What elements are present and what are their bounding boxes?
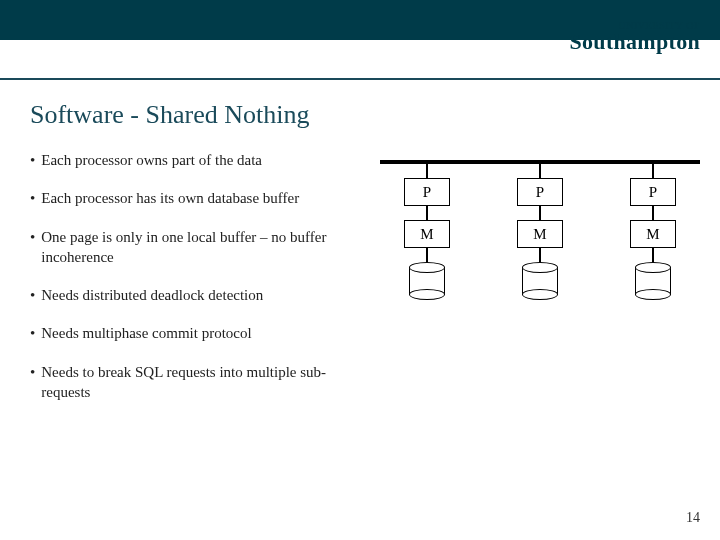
architecture-diagram: P M P M P M	[380, 160, 700, 380]
processor-label: P	[649, 184, 657, 201]
disk-icon	[522, 262, 558, 300]
disk-icon	[635, 262, 671, 300]
connector-line	[652, 164, 654, 178]
page-number: 14	[686, 510, 700, 526]
connector-line	[539, 248, 541, 262]
memory-label: M	[533, 226, 546, 243]
list-item: •Needs distributed deadlock detection	[30, 285, 350, 305]
processor-label: P	[423, 184, 431, 201]
connector-line	[652, 206, 654, 220]
bullet-text: Each processor owns part of the data	[41, 150, 262, 170]
processor-box: P	[517, 178, 563, 206]
bullet-text: Each processor has its own database buff…	[41, 188, 299, 208]
list-item: •Each processor has its own database buf…	[30, 188, 350, 208]
processor-box: P	[404, 178, 450, 206]
connector-line	[426, 248, 428, 262]
slide-title: Software - Shared Nothing	[30, 100, 309, 130]
memory-box: M	[630, 220, 676, 248]
connector-line	[426, 206, 428, 220]
list-item: •One page is only in one local buffer – …	[30, 227, 350, 268]
list-item: •Each processor owns part of the data	[30, 150, 350, 170]
processor-label: P	[536, 184, 544, 201]
node-column: P M	[517, 164, 563, 300]
connector-line	[539, 164, 541, 178]
memory-box: M	[517, 220, 563, 248]
memory-label: M	[420, 226, 433, 243]
bullet-text: One page is only in one local buffer – n…	[41, 227, 350, 268]
node-column: P M	[404, 164, 450, 300]
memory-box: M	[404, 220, 450, 248]
logo-wordmark: Southampton	[570, 29, 700, 55]
list-item: •Needs to break SQL requests into multip…	[30, 362, 350, 403]
bullet-list: •Each processor owns part of the data •E…	[30, 150, 350, 420]
header-band-wrap: UNIVERSITY OF Southampton	[0, 0, 720, 80]
list-item: •Needs multiphase commit protocol	[30, 323, 350, 343]
processor-box: P	[630, 178, 676, 206]
node-column: P M	[630, 164, 676, 300]
connector-line	[426, 164, 428, 178]
disk-icon	[409, 262, 445, 300]
connector-line	[539, 206, 541, 220]
university-logo: UNIVERSITY OF Southampton	[570, 20, 700, 55]
memory-label: M	[646, 226, 659, 243]
connector-line	[652, 248, 654, 262]
bullet-text: Needs multiphase commit protocol	[41, 323, 251, 343]
bullet-text: Needs distributed deadlock detection	[41, 285, 263, 305]
bullet-text: Needs to break SQL requests into multipl…	[41, 362, 350, 403]
